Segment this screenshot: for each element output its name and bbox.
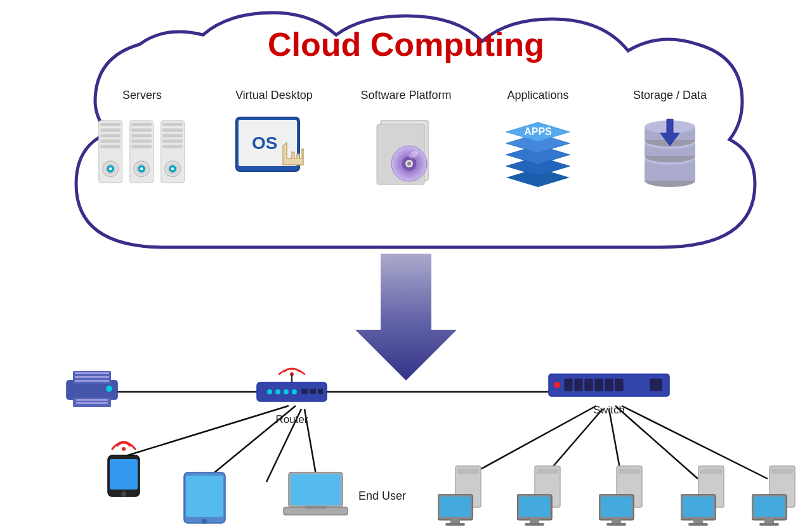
svg-point-99 [554,382,560,388]
switch-label: Switch [593,404,625,417]
virtual-desktop-icon: OS [230,111,318,193]
svg-rect-124 [525,523,544,526]
svg-rect-105 [615,379,623,391]
desktop-5 [752,463,799,529]
svg-rect-22 [162,128,183,131]
svg-text:OS: OS [252,133,277,153]
svg-marker-56 [355,254,457,380]
desktop-2 [517,463,565,529]
printer-device [63,358,121,415]
applications-icon: APPS [494,111,582,193]
svg-point-84 [267,389,272,394]
svg-rect-74 [76,399,108,401]
desktop-4 [681,463,728,529]
svg-rect-12 [131,128,152,131]
svg-rect-114 [450,519,460,524]
svg-point-85 [275,389,280,394]
svg-rect-21 [162,123,183,126]
svg-rect-141 [693,519,703,524]
svg-rect-151 [759,523,779,526]
servers-item: Servers [85,89,199,193]
servers-label: Servers [122,89,162,102]
svg-rect-1 [100,123,121,126]
svg-rect-88 [301,389,308,394]
svg-rect-71 [75,376,109,378]
svg-rect-101 [575,379,582,391]
svg-rect-144 [771,469,793,474]
svg-rect-11 [131,123,152,126]
svg-rect-126 [619,469,640,474]
router-device: Router [254,360,330,426]
svg-rect-150 [764,519,774,524]
router-label: Router [275,413,308,426]
switch-device: Switch [546,368,672,417]
svg-rect-115 [445,523,465,526]
svg-rect-104 [605,379,613,391]
virtual-desktop-item: Virtual Desktop OS [217,89,331,193]
svg-rect-25 [162,145,183,148]
svg-rect-3 [100,134,121,137]
svg-rect-140 [683,496,714,517]
svg-point-19 [140,167,143,170]
svg-rect-95 [291,474,341,505]
storage-data-icon [625,111,714,193]
svg-rect-142 [688,523,708,526]
svg-point-38 [407,162,411,165]
svg-rect-90 [318,389,323,394]
software-platform-icon [362,111,450,193]
svg-rect-5 [100,145,121,148]
applications-label: Applications [507,89,568,102]
svg-rect-117 [537,469,558,474]
desktop-1 [438,463,485,529]
main-arrow [336,254,476,380]
svg-rect-13 [131,134,152,137]
svg-rect-106 [650,379,662,391]
svg-rect-113 [440,496,471,517]
tablet-left-device [181,469,228,526]
svg-point-29 [171,167,174,170]
svg-rect-92 [186,476,223,517]
svg-rect-24 [162,139,183,143]
svg-point-80 [121,491,126,496]
virtual-desktop-label: Virtual Desktop [235,89,313,102]
applications-item: Applications APPS [481,89,595,193]
svg-rect-131 [601,496,632,517]
svg-rect-133 [606,523,626,526]
svg-point-77 [122,447,126,451]
svg-text:APPS: APPS [524,126,552,137]
svg-rect-102 [585,379,593,391]
svg-rect-149 [754,496,785,517]
servers-icon [98,111,187,193]
svg-rect-79 [110,459,138,490]
svg-rect-15 [131,145,152,148]
storage-data-item: Storage / Data [613,89,727,193]
svg-rect-103 [595,379,603,391]
svg-rect-135 [700,469,722,474]
svg-point-9 [109,167,112,170]
phone-device [98,436,149,500]
svg-rect-2 [100,128,121,131]
svg-rect-14 [131,139,152,143]
svg-point-86 [284,389,289,394]
svg-rect-123 [530,519,539,524]
svg-rect-23 [162,134,183,137]
software-platform-item: Software Platform [349,89,463,193]
svg-rect-75 [76,402,108,404]
desktop-3 [599,463,646,529]
svg-point-93 [202,519,207,524]
svg-rect-89 [310,389,316,394]
svg-rect-122 [519,496,550,517]
svg-point-87 [292,389,297,394]
svg-point-76 [106,386,112,392]
storage-data-label: Storage / Data [633,89,707,102]
svg-rect-100 [565,379,572,391]
svg-rect-70 [75,372,109,374]
svg-rect-4 [100,139,121,143]
software-platform-label: Software Platform [360,89,451,102]
cloud-title: Cloud Computing [268,25,544,63]
svg-rect-108 [457,469,479,474]
laptop-device [282,469,349,520]
svg-rect-72 [75,380,109,382]
end-user-label: End User [358,490,406,503]
cloud-items-row: Servers [38,89,774,193]
